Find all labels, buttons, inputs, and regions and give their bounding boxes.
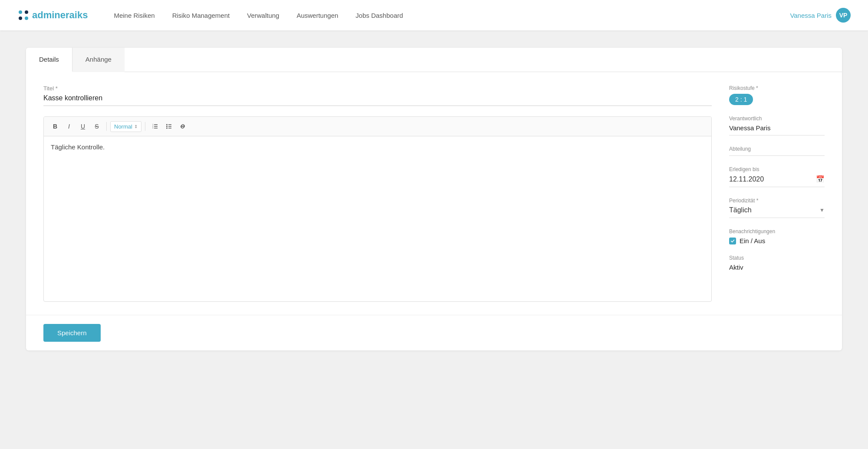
chevron-down-icon: ▼ [819,207,825,213]
rte-link-button[interactable] [177,120,189,132]
rte-container: B I U S Normal ⇕ [43,116,712,302]
calendar-icon: 📅 [816,175,825,183]
logo-text: admineraiks [32,10,88,21]
status-value: Aktiv [729,264,825,274]
page-content: Details Anhänge Titel * Kasse kontrollie… [0,30,868,368]
benachrichtigungen-checkbox[interactable] [729,238,736,244]
rte-underline-button[interactable]: U [77,120,89,132]
rte-strikethrough-button[interactable]: S [91,120,103,132]
benachrichtigungen-checkbox-label: Ein / Aus [740,237,765,244]
verantwortlich-field: Verantwortlich Vanessa Paris [729,116,825,135]
rte-unordered-list-button[interactable] [163,120,175,132]
status-field: Status Aktiv [729,255,825,274]
rte-ordered-list-button[interactable]: 1 2 3 [149,120,161,132]
abteilung-field: Abteilung [729,146,825,156]
risikostufe-label: Risikostufe * [729,85,825,91]
nav-risiko-management[interactable]: Risiko Management [172,12,230,19]
benachrichtigungen-field: Benachrichtigungen Ein / Aus [729,228,825,244]
rte-divider-2 [145,122,145,131]
svg-point-11 [166,126,168,127]
svg-point-2 [19,17,22,20]
rte-content[interactable]: Tägliche Kontrolle. [44,136,711,301]
nav-jobs-dashboard[interactable]: Jobs Dashboard [355,12,403,19]
form-footer: Speichern [26,315,842,350]
nav-meine-risiken[interactable]: Meine Risiken [114,12,155,19]
title-label: Titel * [43,85,712,92]
rte-format-select[interactable]: Normal ⇕ [110,121,141,132]
form-body: Titel * Kasse kontrollieren B I U S Norm… [26,72,842,315]
nav-user-name: Vanessa Paris [790,12,832,19]
link-icon [180,123,186,129]
nav-links: Meine Risiken Risiko Management Verwaltu… [114,12,790,19]
verantwortlich-label: Verantwortlich [729,116,825,122]
chevron-up-down-icon: ⇕ [134,124,138,129]
unordered-list-icon [166,123,172,129]
tab-anhaenge[interactable]: Anhänge [72,48,125,72]
avatar: VP [836,8,851,23]
risikostufe-field: Risikostufe * 2 : 1 [729,85,825,105]
rte-toolbar: B I U S Normal ⇕ [44,117,711,136]
ordered-list-icon: 1 2 3 [152,123,158,129]
logo-icon [17,9,30,21]
abteilung-divider [729,155,825,156]
navbar: admineraiks Meine Risiken Risiko Managem… [0,0,868,30]
title-value[interactable]: Kasse kontrollieren [43,94,712,106]
risk-badge[interactable]: 2 : 1 [729,94,753,105]
logo[interactable]: admineraiks [17,9,88,21]
svg-point-12 [166,128,168,129]
svg-point-1 [25,10,28,14]
nav-user[interactable]: Vanessa Paris VP [790,8,851,23]
nav-auswertungen[interactable]: Auswertungen [296,12,338,19]
erledigen-value: 12.11.2020 [729,175,764,183]
status-label: Status [729,255,825,261]
periodizitat-label: Periodizität * [729,198,825,204]
svg-text:3: 3 [152,127,154,129]
title-field-group: Titel * Kasse kontrollieren [43,85,712,106]
tab-details[interactable]: Details [26,48,72,72]
form-right: Risikostufe * 2 : 1 Verantwortlich Vanes… [729,85,825,302]
nav-verwaltung[interactable]: Verwaltung [247,12,279,19]
svg-point-10 [166,124,168,125]
benachrichtigungen-checkbox-row: Ein / Aus [729,237,825,244]
erledigen-field: Erledigen bis 12.11.2020 📅 [729,166,825,187]
checkmark-icon [730,239,735,243]
rte-divider-1 [106,122,107,131]
svg-point-3 [25,17,28,20]
main-card: Details Anhänge Titel * Kasse kontrollie… [26,48,842,350]
periodizitat-select[interactable]: Täglich ▼ [729,206,825,218]
benachrichtigungen-label: Benachrichtigungen [729,228,825,234]
svg-point-0 [19,10,22,14]
rte-italic-button[interactable]: I [63,120,75,132]
verantwortlich-value[interactable]: Vanessa Paris [729,124,825,135]
periodizitat-value: Täglich [729,206,752,214]
date-field[interactable]: 12.11.2020 📅 [729,175,825,187]
rte-format-label: Normal [114,123,132,130]
abteilung-label: Abteilung [729,146,825,152]
form-left: Titel * Kasse kontrollieren B I U S Norm… [43,85,712,302]
tabs: Details Anhänge [26,48,842,72]
erledigen-label: Erledigen bis [729,166,825,172]
periodizitat-field: Periodizität * Täglich ▼ [729,198,825,218]
rte-bold-button[interactable]: B [49,120,61,132]
save-button[interactable]: Speichern [43,324,101,342]
